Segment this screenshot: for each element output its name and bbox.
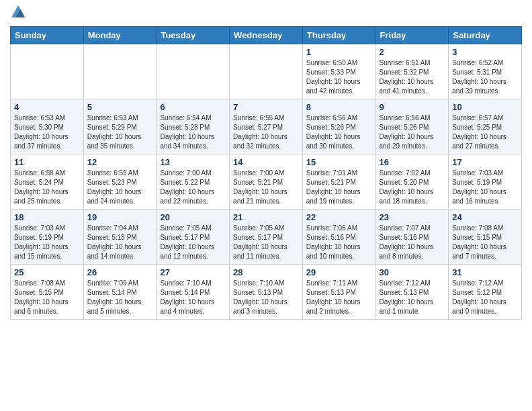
- weekday-header-row: SundayMondayTuesdayWednesdayThursdayFrid…: [11, 26, 522, 44]
- day-number: 12: [87, 157, 153, 167]
- day-cell-16: 16Sunrise: 7:02 AM Sunset: 5:20 PM Dayli…: [375, 154, 449, 209]
- day-info: Sunrise: 7:00 AM Sunset: 5:21 PM Dayligh…: [233, 169, 299, 206]
- week-row-3: 11Sunrise: 6:58 AM Sunset: 5:24 PM Dayli…: [11, 154, 522, 209]
- day-cell-28: 28Sunrise: 7:10 AM Sunset: 5:13 PM Dayli…: [230, 264, 303, 319]
- day-number: 23: [380, 212, 445, 222]
- day-info: Sunrise: 7:08 AM Sunset: 5:15 PM Dayligh…: [452, 224, 518, 261]
- day-number: 16: [380, 157, 445, 167]
- calendar-table: SundayMondayTuesdayWednesdayThursdayFrid…: [10, 26, 522, 320]
- day-info: Sunrise: 7:07 AM Sunset: 5:16 PM Dayligh…: [380, 224, 445, 261]
- day-number: 22: [306, 212, 372, 222]
- day-info: Sunrise: 7:02 AM Sunset: 5:20 PM Dayligh…: [380, 169, 445, 206]
- day-number: 20: [160, 212, 226, 222]
- logo: [10, 7, 25, 21]
- day-cell-17: 17Sunrise: 7:03 AM Sunset: 5:19 PM Dayli…: [449, 154, 522, 209]
- day-cell-31: 31Sunrise: 7:12 AM Sunset: 5:12 PM Dayli…: [449, 264, 522, 319]
- day-info: Sunrise: 7:09 AM Sunset: 5:14 PM Dayligh…: [87, 279, 153, 316]
- day-info: Sunrise: 7:05 AM Sunset: 5:17 PM Dayligh…: [233, 224, 299, 261]
- weekday-header-sunday: Sunday: [11, 26, 84, 44]
- day-cell-13: 13Sunrise: 7:00 AM Sunset: 5:22 PM Dayli…: [157, 154, 230, 209]
- day-info: Sunrise: 6:58 AM Sunset: 5:24 PM Dayligh…: [14, 169, 80, 206]
- day-info: Sunrise: 7:10 AM Sunset: 5:14 PM Dayligh…: [160, 279, 226, 316]
- day-number: 30: [380, 267, 445, 277]
- day-number: 8: [306, 102, 372, 112]
- day-cell-30: 30Sunrise: 7:12 AM Sunset: 5:13 PM Dayli…: [375, 264, 449, 319]
- day-number: 9: [380, 102, 445, 112]
- day-info: Sunrise: 7:03 AM Sunset: 5:19 PM Dayligh…: [14, 224, 80, 261]
- day-info: Sunrise: 7:12 AM Sunset: 5:12 PM Dayligh…: [452, 279, 518, 316]
- day-cell-9: 9Sunrise: 6:56 AM Sunset: 5:26 PM Daylig…: [375, 99, 449, 154]
- day-cell-22: 22Sunrise: 7:06 AM Sunset: 5:16 PM Dayli…: [302, 209, 375, 264]
- day-number: 24: [452, 212, 518, 222]
- day-number: 27: [160, 267, 226, 277]
- day-number: 2: [380, 47, 445, 57]
- day-number: 14: [233, 157, 299, 167]
- week-row-4: 18Sunrise: 7:03 AM Sunset: 5:19 PM Dayli…: [11, 209, 522, 264]
- day-info: Sunrise: 7:01 AM Sunset: 5:21 PM Dayligh…: [306, 169, 372, 206]
- week-row-2: 4Sunrise: 6:53 AM Sunset: 5:30 PM Daylig…: [11, 99, 522, 154]
- day-info: Sunrise: 6:57 AM Sunset: 5:25 PM Dayligh…: [452, 113, 518, 151]
- week-row-1: 1Sunrise: 6:50 AM Sunset: 5:33 PM Daylig…: [11, 44, 522, 99]
- logo-icon: [11, 5, 25, 17]
- day-cell-14: 14Sunrise: 7:00 AM Sunset: 5:21 PM Dayli…: [230, 154, 303, 209]
- day-number: 7: [233, 102, 299, 112]
- page-container: SundayMondayTuesdayWednesdayThursdayFrid…: [0, 0, 532, 330]
- day-info: Sunrise: 7:05 AM Sunset: 5:17 PM Dayligh…: [160, 224, 226, 261]
- day-cell-20: 20Sunrise: 7:05 AM Sunset: 5:17 PM Dayli…: [157, 209, 230, 264]
- day-number: 26: [87, 267, 153, 277]
- day-cell-5: 5Sunrise: 6:53 AM Sunset: 5:29 PM Daylig…: [83, 99, 157, 154]
- day-number: 10: [452, 102, 518, 112]
- day-cell-27: 27Sunrise: 7:10 AM Sunset: 5:14 PM Dayli…: [157, 264, 230, 319]
- empty-cell: [83, 44, 157, 99]
- day-number: 1: [306, 47, 372, 57]
- day-info: Sunrise: 6:59 AM Sunset: 5:23 PM Dayligh…: [87, 169, 153, 206]
- day-info: Sunrise: 7:08 AM Sunset: 5:15 PM Dayligh…: [14, 279, 80, 316]
- day-cell-3: 3Sunrise: 6:52 AM Sunset: 5:31 PM Daylig…: [449, 44, 522, 99]
- day-cell-7: 7Sunrise: 6:55 AM Sunset: 5:27 PM Daylig…: [230, 99, 303, 154]
- day-number: 29: [306, 267, 372, 277]
- day-cell-4: 4Sunrise: 6:53 AM Sunset: 5:30 PM Daylig…: [11, 99, 84, 154]
- weekday-header-tuesday: Tuesday: [157, 26, 230, 44]
- day-cell-23: 23Sunrise: 7:07 AM Sunset: 5:16 PM Dayli…: [375, 209, 449, 264]
- day-cell-18: 18Sunrise: 7:03 AM Sunset: 5:19 PM Dayli…: [11, 209, 84, 264]
- day-number: 6: [160, 102, 226, 112]
- day-cell-29: 29Sunrise: 7:11 AM Sunset: 5:13 PM Dayli…: [302, 264, 375, 319]
- day-info: Sunrise: 6:54 AM Sunset: 5:28 PM Dayligh…: [160, 113, 226, 151]
- day-number: 28: [233, 267, 299, 277]
- day-info: Sunrise: 6:55 AM Sunset: 5:27 PM Dayligh…: [233, 113, 299, 151]
- day-info: Sunrise: 7:03 AM Sunset: 5:19 PM Dayligh…: [452, 169, 518, 206]
- day-info: Sunrise: 7:10 AM Sunset: 5:13 PM Dayligh…: [233, 279, 299, 316]
- day-number: 18: [14, 212, 80, 222]
- day-number: 13: [160, 157, 226, 167]
- day-cell-12: 12Sunrise: 6:59 AM Sunset: 5:23 PM Dayli…: [83, 154, 157, 209]
- day-info: Sunrise: 6:52 AM Sunset: 5:31 PM Dayligh…: [452, 58, 518, 96]
- day-number: 11: [14, 157, 80, 167]
- empty-cell: [230, 44, 303, 99]
- weekday-header-friday: Friday: [375, 26, 449, 44]
- day-info: Sunrise: 6:53 AM Sunset: 5:30 PM Dayligh…: [14, 113, 80, 151]
- day-cell-25: 25Sunrise: 7:08 AM Sunset: 5:15 PM Dayli…: [11, 264, 84, 319]
- day-info: Sunrise: 7:06 AM Sunset: 5:16 PM Dayligh…: [306, 224, 372, 261]
- empty-cell: [157, 44, 230, 99]
- day-info: Sunrise: 7:04 AM Sunset: 5:18 PM Dayligh…: [87, 224, 153, 261]
- empty-cell: [11, 44, 84, 99]
- day-info: Sunrise: 6:51 AM Sunset: 5:32 PM Dayligh…: [380, 58, 445, 96]
- day-cell-26: 26Sunrise: 7:09 AM Sunset: 5:14 PM Dayli…: [83, 264, 157, 319]
- day-number: 25: [14, 267, 80, 277]
- day-info: Sunrise: 6:53 AM Sunset: 5:29 PM Dayligh…: [87, 113, 153, 151]
- weekday-header-monday: Monday: [83, 26, 157, 44]
- day-cell-19: 19Sunrise: 7:04 AM Sunset: 5:18 PM Dayli…: [83, 209, 157, 264]
- day-number: 31: [452, 267, 518, 277]
- day-number: 4: [14, 102, 80, 112]
- day-cell-6: 6Sunrise: 6:54 AM Sunset: 5:28 PM Daylig…: [157, 99, 230, 154]
- day-number: 21: [233, 212, 299, 222]
- day-cell-24: 24Sunrise: 7:08 AM Sunset: 5:15 PM Dayli…: [449, 209, 522, 264]
- header: [10, 7, 522, 21]
- day-info: Sunrise: 6:56 AM Sunset: 5:26 PM Dayligh…: [306, 113, 372, 151]
- day-cell-10: 10Sunrise: 6:57 AM Sunset: 5:25 PM Dayli…: [449, 99, 522, 154]
- day-info: Sunrise: 7:00 AM Sunset: 5:22 PM Dayligh…: [160, 169, 226, 206]
- day-info: Sunrise: 7:12 AM Sunset: 5:13 PM Dayligh…: [380, 279, 445, 316]
- day-cell-15: 15Sunrise: 7:01 AM Sunset: 5:21 PM Dayli…: [302, 154, 375, 209]
- day-cell-8: 8Sunrise: 6:56 AM Sunset: 5:26 PM Daylig…: [302, 99, 375, 154]
- weekday-header-wednesday: Wednesday: [230, 26, 303, 44]
